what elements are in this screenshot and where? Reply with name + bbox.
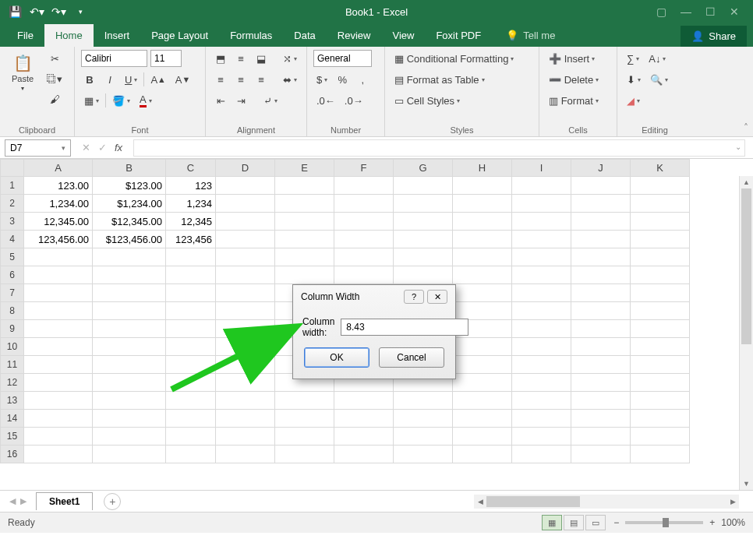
cell[interactable]: [275, 410, 334, 428]
cell[interactable]: [512, 446, 571, 463]
cell[interactable]: [453, 356, 512, 374]
cell[interactable]: [571, 284, 631, 302]
vscroll-thumb[interactable]: [741, 188, 751, 344]
italic-button[interactable]: I: [101, 71, 118, 88]
cell[interactable]: [216, 320, 275, 338]
cell[interactable]: [275, 266, 334, 284]
cell[interactable]: [631, 213, 690, 231]
cell[interactable]: [571, 428, 631, 446]
cell[interactable]: [631, 356, 690, 374]
column-header[interactable]: K: [631, 160, 690, 177]
format-painter-button[interactable]: 🖌: [44, 90, 65, 107]
cell[interactable]: [631, 320, 690, 338]
cell[interactable]: [24, 338, 93, 356]
cell[interactable]: [394, 177, 453, 195]
column-header[interactable]: F: [334, 160, 394, 177]
cell[interactable]: [453, 302, 512, 320]
tab-home[interactable]: Home: [44, 24, 94, 47]
cell[interactable]: [166, 302, 216, 320]
vertical-scrollbar[interactable]: ▲ ▼: [739, 176, 753, 490]
cell[interactable]: [166, 266, 216, 284]
cell[interactable]: [453, 410, 512, 428]
cell[interactable]: [24, 284, 93, 302]
row-header[interactable]: 9: [1, 320, 24, 338]
cut-button[interactable]: ✂: [44, 50, 65, 67]
cell[interactable]: [216, 374, 275, 392]
cell[interactable]: [93, 284, 166, 302]
merge-center-button[interactable]: ⬌: [281, 71, 300, 88]
cell[interactable]: [275, 392, 334, 410]
cell[interactable]: [453, 177, 512, 195]
cell[interactable]: [166, 284, 216, 302]
increase-decimal-button[interactable]: .0←: [313, 92, 338, 109]
paste-button[interactable]: 📋 Paste ▾: [6, 50, 39, 96]
borders-button[interactable]: ▦: [81, 92, 102, 109]
column-width-input[interactable]: [341, 319, 468, 336]
align-middle-button[interactable]: ≡: [232, 50, 249, 67]
column-header[interactable]: I: [512, 160, 571, 177]
scroll-down-icon[interactable]: ▼: [740, 477, 753, 490]
cell[interactable]: [453, 231, 512, 248]
cell[interactable]: [166, 338, 216, 356]
cell[interactable]: [631, 195, 690, 213]
insert-cells-button[interactable]: ➕ Insert: [546, 50, 610, 67]
row-header[interactable]: 13: [1, 392, 24, 410]
cell[interactable]: [216, 213, 275, 231]
expand-formula-bar-icon[interactable]: ⌄: [735, 143, 741, 151]
delete-cells-button[interactable]: ➖ Delete: [546, 71, 610, 88]
cell[interactable]: [216, 338, 275, 356]
format-cells-button[interactable]: ▥ Format: [546, 92, 610, 109]
sheet-tab[interactable]: Sheet1: [36, 492, 93, 510]
cell[interactable]: [93, 338, 166, 356]
cell[interactable]: [24, 320, 93, 338]
cell[interactable]: 123: [166, 177, 216, 195]
column-header[interactable]: A: [24, 160, 93, 177]
new-sheet-button[interactable]: +: [104, 493, 121, 510]
tab-page-layout[interactable]: Page Layout: [140, 24, 219, 47]
cell[interactable]: [631, 302, 690, 320]
cell[interactable]: [631, 248, 690, 266]
cell[interactable]: [631, 446, 690, 463]
cell[interactable]: [512, 177, 571, 195]
cell[interactable]: [216, 177, 275, 195]
zoom-knob[interactable]: [663, 518, 669, 527]
shrink-font-button[interactable]: A▼: [172, 71, 193, 88]
conditional-formatting-button[interactable]: ▦ Conditional Formatting: [391, 50, 532, 67]
cell[interactable]: [512, 231, 571, 248]
align-bottom-button[interactable]: ⬓: [253, 50, 270, 67]
autosum-button[interactable]: ∑: [624, 50, 642, 67]
cell[interactable]: $12,345.00: [93, 213, 166, 231]
cell[interactable]: [631, 410, 690, 428]
cell[interactable]: [93, 410, 166, 428]
cell[interactable]: [394, 231, 453, 248]
cell[interactable]: [394, 428, 453, 446]
decrease-decimal-button[interactable]: .0→: [341, 92, 366, 109]
name-box[interactable]: D7: [5, 139, 71, 157]
maximize-icon[interactable]: ☐: [705, 5, 716, 18]
cell[interactable]: [24, 428, 93, 446]
cell[interactable]: [394, 392, 453, 410]
cell[interactable]: [453, 284, 512, 302]
cell[interactable]: [453, 213, 512, 231]
cell[interactable]: [571, 302, 631, 320]
font-size-combo[interactable]: [150, 50, 182, 67]
cell[interactable]: 1,234: [166, 195, 216, 213]
qat-customize-icon[interactable]: ▾: [73, 5, 87, 19]
normal-view-button[interactable]: ▦: [542, 515, 562, 530]
minimize-icon[interactable]: —: [681, 5, 691, 18]
cell[interactable]: [93, 374, 166, 392]
cell[interactable]: [512, 284, 571, 302]
cell[interactable]: [631, 177, 690, 195]
cell[interactable]: [24, 248, 93, 266]
cell[interactable]: [512, 266, 571, 284]
dialog-close-button[interactable]: ✕: [427, 290, 447, 304]
format-as-table-button[interactable]: ▤ Format as Table: [391, 71, 532, 88]
align-top-button[interactable]: ⬒: [212, 50, 229, 67]
cell[interactable]: [631, 231, 690, 248]
column-header[interactable]: J: [571, 160, 631, 177]
cell[interactable]: [571, 320, 631, 338]
cell[interactable]: [166, 374, 216, 392]
cell[interactable]: [512, 428, 571, 446]
column-header[interactable]: E: [275, 160, 334, 177]
ribbon-options-icon[interactable]: ▢: [656, 5, 666, 18]
